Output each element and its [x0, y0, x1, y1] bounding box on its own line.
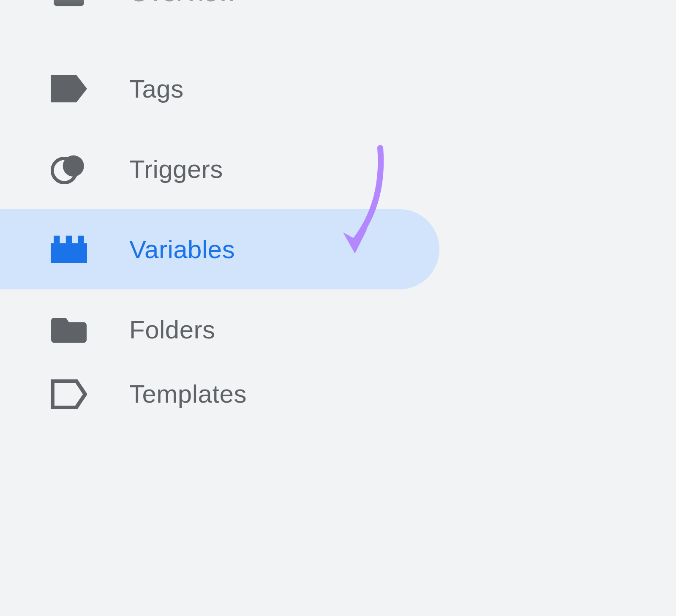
svg-rect-5	[66, 236, 72, 243]
sidebar-item-triggers[interactable]: Triggers	[0, 129, 676, 209]
sidebar-item-label: Folders	[129, 315, 215, 344]
sidebar-item-label: Triggers	[129, 155, 223, 184]
tag-icon	[51, 71, 87, 107]
triggers-icon	[51, 151, 87, 187]
briefcase-icon	[51, 0, 87, 11]
svg-rect-3	[51, 243, 87, 263]
sidebar-item-overview[interactable]: Overview	[0, 0, 676, 17]
svg-rect-4	[54, 236, 60, 243]
sidebar-item-label: Variables	[129, 235, 235, 264]
sidebar-item-tags[interactable]: Tags	[0, 49, 676, 129]
sidebar-item-folders[interactable]: Folders	[0, 289, 676, 370]
sidebar-item-templates[interactable]: Templates	[0, 370, 676, 418]
sidebar-item-label: Tags	[129, 74, 184, 104]
template-icon	[51, 376, 87, 412]
sidebar-nav: Overview Tags Triggers	[0, 0, 676, 418]
sidebar-item-label: Overview	[129, 0, 237, 7]
svg-rect-6	[78, 236, 84, 243]
folder-icon	[51, 311, 87, 348]
sidebar-item-label: Templates	[129, 379, 247, 409]
sidebar-item-variables[interactable]: Variables	[0, 209, 439, 289]
lego-icon	[51, 231, 87, 267]
